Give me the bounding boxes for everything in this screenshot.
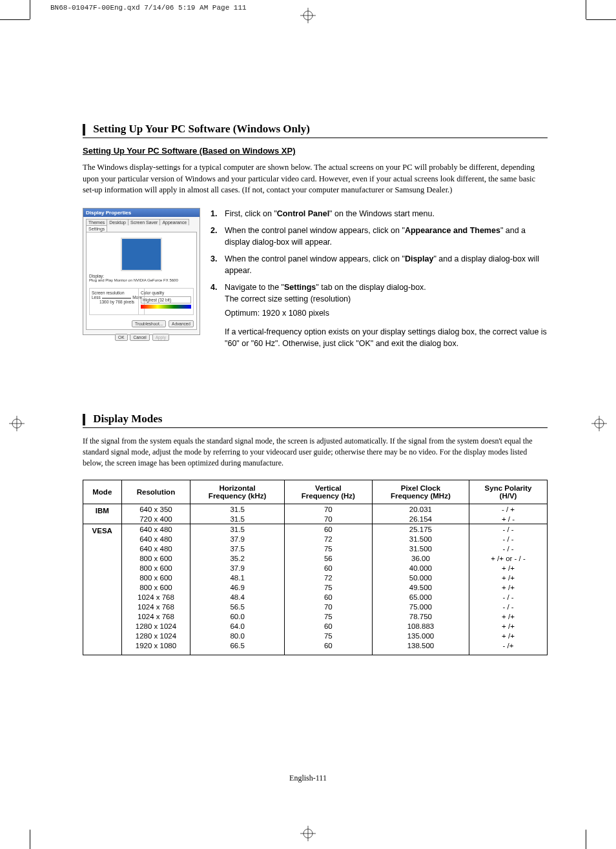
step-text: Navigate to the "Settings" tab on the di… bbox=[225, 281, 548, 349]
table-cell: 65.000 bbox=[372, 592, 469, 602]
table-cell: 1024 x 768 bbox=[121, 611, 190, 621]
table-row: 640 x 48037.97231.500- / - bbox=[83, 534, 548, 544]
table-header: Mode bbox=[83, 480, 122, 504]
table-cell: 75.000 bbox=[372, 602, 469, 611]
tab-settings: Settings bbox=[86, 225, 107, 232]
table-cell: 37.5 bbox=[190, 544, 284, 553]
crop-mark bbox=[30, 0, 30, 19]
table-cell: 138.500 bbox=[372, 640, 469, 655]
table-cell: 48.4 bbox=[190, 592, 284, 602]
color-label: Color quality bbox=[141, 291, 191, 295]
registration-mark-icon bbox=[591, 416, 607, 431]
table-cell: 56.5 bbox=[190, 602, 284, 611]
table-cell: 60 bbox=[284, 524, 372, 535]
table-cell: - / - bbox=[469, 544, 548, 553]
table-cell: 31.5 bbox=[190, 524, 284, 535]
table-cell: - / - bbox=[469, 524, 548, 535]
res-less: Less bbox=[92, 295, 101, 300]
color-value: Highest (32 bit) bbox=[141, 296, 191, 303]
table-cell: 64.0 bbox=[190, 621, 284, 631]
table-cell: 26.154 bbox=[372, 514, 469, 524]
step-text: First, click on "Control Panel" on the W… bbox=[225, 208, 548, 220]
table-header: Resolution bbox=[121, 480, 190, 504]
table-row: VESA640 x 48031.56025.175- / - bbox=[83, 524, 548, 535]
page: BN68-01047F-00Eng.qxd 7/14/06 5:19 AM Pa… bbox=[0, 0, 616, 849]
content: Setting Up Your PC Software (Windows Onl… bbox=[83, 123, 548, 655]
section-mark-icon bbox=[83, 414, 85, 425]
ok-button: OK bbox=[115, 334, 127, 341]
section-intro: If the signal from the system equals the… bbox=[83, 436, 548, 468]
table-row: 720 x 40031.57026.154+ / - bbox=[83, 514, 548, 524]
table-cell: 72 bbox=[284, 534, 372, 544]
table-row: 800 x 60035.25636.00+ /+ or - / - bbox=[83, 553, 548, 563]
table-cell: 640 x 480 bbox=[121, 534, 190, 544]
crop-mark bbox=[0, 19, 30, 20]
tab-desktop: Desktop bbox=[107, 219, 128, 225]
table-cell: 35.2 bbox=[190, 553, 284, 563]
table-row: 1920 x 108066.560138.500- /+ bbox=[83, 640, 548, 655]
table-cell: 31.5 bbox=[190, 514, 284, 524]
res-value: 1360 by 768 pixels bbox=[92, 300, 142, 304]
table-cell: - / - bbox=[469, 534, 548, 544]
table-cell: + /+ bbox=[469, 621, 548, 631]
color-group: Color quality Highest (32 bit) bbox=[138, 288, 194, 315]
registration-mark-icon bbox=[300, 8, 316, 23]
table-cell: 75 bbox=[284, 582, 372, 592]
crop-mark bbox=[586, 19, 616, 20]
table-cell: 80.0 bbox=[190, 631, 284, 640]
table-row: 1024 x 76856.57075.000- / - bbox=[83, 602, 548, 611]
table-row: 1024 x 76860.07578.750+ /+ bbox=[83, 611, 548, 621]
table-cell: 640 x 480 bbox=[121, 524, 190, 535]
table-cell: 75 bbox=[284, 544, 372, 553]
table-cell: 25.175 bbox=[372, 524, 469, 535]
table-row: 800 x 60048.17250.000+ /+ bbox=[83, 573, 548, 582]
crop-mark bbox=[30, 830, 30, 849]
step: 3.When the control panel window appears,… bbox=[210, 253, 548, 276]
table-header: HorizontalFrequency (kHz) bbox=[190, 480, 284, 504]
step-number: 2. bbox=[210, 225, 225, 248]
table-row: IBM640 x 35031.57020.031- / + bbox=[83, 504, 548, 515]
cancel-button: Cancel bbox=[130, 334, 149, 341]
tab-themes: Themes bbox=[86, 219, 107, 225]
table-cell: 31.500 bbox=[372, 544, 469, 553]
resolution-group: Screen resolution Less More 1360 by 768 … bbox=[89, 288, 145, 315]
table-row: 800 x 60046.97549.500+ /+ bbox=[83, 582, 548, 592]
section-mark-icon bbox=[83, 124, 85, 136]
table-cell: + /+ bbox=[469, 563, 548, 573]
dialog-body: Display: Plug and Play Monitor on NVIDIA… bbox=[86, 232, 197, 330]
step-text: When the control panel window appears, c… bbox=[225, 253, 548, 276]
table-cell: 60 bbox=[284, 621, 372, 631]
step: 1.First, click on "Control Panel" on the… bbox=[210, 208, 548, 220]
table-row: 640 x 48037.57531.500- / - bbox=[83, 544, 548, 553]
dialog-footer-buttons: OK Cancel Apply bbox=[83, 332, 200, 343]
table-cell: 56 bbox=[284, 553, 372, 563]
section-title: Setting Up Your PC Software (Windows Onl… bbox=[83, 123, 548, 138]
table-cell: 60 bbox=[284, 592, 372, 602]
apply-button: Apply bbox=[152, 334, 169, 341]
table-cell: 70 bbox=[284, 504, 372, 515]
table-cell: 49.500 bbox=[372, 582, 469, 592]
registration-mark-icon bbox=[9, 416, 25, 431]
display-modes-table: ModeResolutionHorizontalFrequency (kHz)V… bbox=[83, 480, 548, 655]
table-cell: - / - bbox=[469, 592, 548, 602]
table-cell: 37.9 bbox=[190, 563, 284, 573]
table-cell: 78.750 bbox=[372, 611, 469, 621]
table-cell: 800 x 600 bbox=[121, 573, 190, 582]
table-cell: 60 bbox=[284, 640, 372, 655]
tab-screensaver: Screen Saver bbox=[128, 219, 160, 225]
table-cell: 31.500 bbox=[372, 534, 469, 544]
table-cell: 46.9 bbox=[190, 582, 284, 592]
dialog-button-row: Troubleshoot... Advanced bbox=[130, 320, 194, 327]
table-cell: 20.031 bbox=[372, 504, 469, 515]
table-cell: 37.9 bbox=[190, 534, 284, 544]
table-row: 800 x 60037.96040.000+ /+ bbox=[83, 563, 548, 573]
table-cell: - / + bbox=[469, 504, 548, 515]
section-subtitle: Setting Up Your PC Software (Based on Wi… bbox=[83, 146, 548, 156]
step-number: 4. bbox=[210, 281, 225, 349]
mode-cell: IBM bbox=[83, 504, 122, 524]
step: 4.Navigate to the "Settings" tab on the … bbox=[210, 281, 548, 349]
section-title-text: Display Modes bbox=[93, 413, 162, 425]
step-block: Display Properties ThemesDesktopScreen S… bbox=[83, 208, 548, 354]
table-cell: 60 bbox=[284, 563, 372, 573]
table-row: 1280 x 102464.060108.883+ /+ bbox=[83, 621, 548, 631]
